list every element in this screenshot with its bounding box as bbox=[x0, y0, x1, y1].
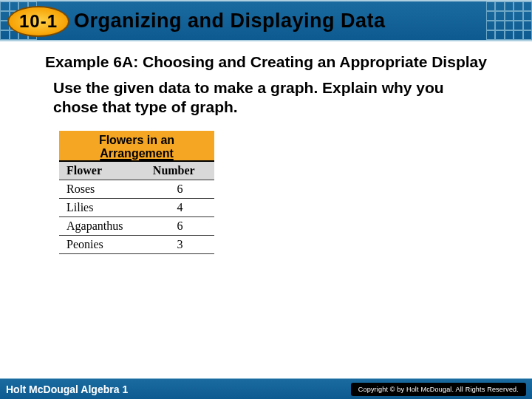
table-title: Flowers in an Arrangement bbox=[59, 131, 214, 163]
table-header-row: Flower Number bbox=[59, 162, 214, 180]
example-instruction: Use the given data to make a graph. Expl… bbox=[53, 78, 488, 117]
slide-footer: Holt McDougal Algebra 1 Copyright © by H… bbox=[0, 378, 532, 399]
cell-number: 6 bbox=[146, 217, 214, 236]
table-row: Peonies 3 bbox=[59, 236, 214, 254]
table-row: Agapanthus 6 bbox=[59, 217, 214, 236]
table-row: Roses 6 bbox=[59, 180, 214, 199]
cell-flower: Agapanthus bbox=[59, 217, 146, 236]
cell-number: 4 bbox=[146, 199, 214, 217]
table-title-line2: Arrangement bbox=[100, 147, 174, 160]
cell-flower: Lilies bbox=[59, 199, 146, 217]
cell-number: 3 bbox=[146, 236, 214, 254]
cell-flower: Peonies bbox=[59, 236, 146, 254]
footer-copyright: Copyright © by Holt McDougal. All Rights… bbox=[351, 383, 526, 396]
footer-book-title: Holt McDougal Algebra 1 bbox=[6, 383, 128, 395]
example-heading: Example 6A: Choosing and Creating an App… bbox=[15, 53, 517, 71]
table-title-line1: Flowers in an bbox=[99, 134, 174, 146]
data-table: Flowers in an Arrangement Flower Number … bbox=[59, 131, 214, 255]
chapter-badge: 10-1 bbox=[7, 6, 69, 37]
header-grid-right bbox=[486, 1, 532, 40]
slide-title: Organizing and Displaying Data bbox=[74, 10, 386, 33]
col-number: Number bbox=[146, 162, 214, 180]
table-row: Lilies 4 bbox=[59, 199, 214, 217]
cell-number: 6 bbox=[146, 180, 214, 199]
col-flower: Flower bbox=[59, 162, 146, 180]
cell-flower: Roses bbox=[59, 180, 146, 199]
slide-header: 10-1 Organizing and Displaying Data bbox=[0, 0, 532, 41]
